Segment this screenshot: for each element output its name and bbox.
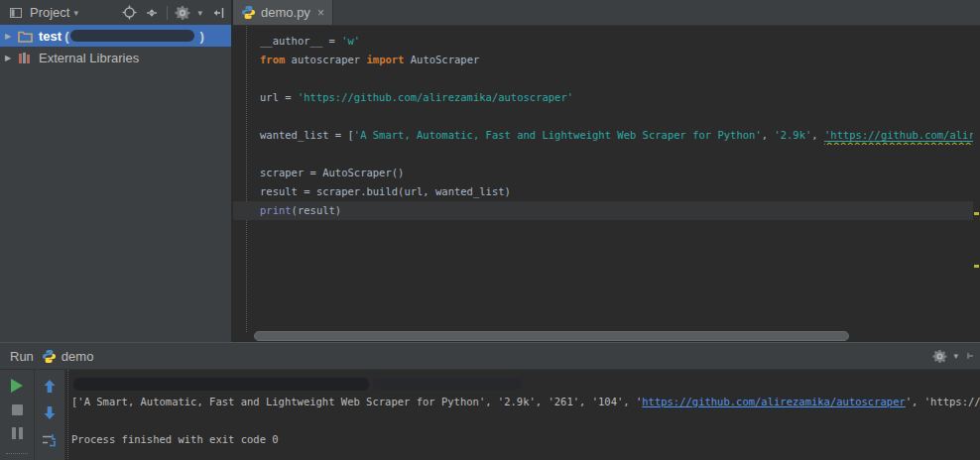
project-panel: Project ▾ ▾ ▶ (0, 0, 231, 342)
pycharm-window: Project ▾ ▾ ▶ (0, 0, 980, 460)
console-output: ['A Smart, Automatic, Fast and Lightweig… (65, 370, 980, 460)
chevron-down-icon[interactable]: ▾ (73, 8, 78, 18)
code-segment: scraper = AutoScraper() (260, 167, 404, 178)
code-segment: result = scraper.build(url, wanted_list) (260, 185, 511, 197)
code-segment: 'https://github.com/alirezamik (824, 129, 973, 142)
code-content[interactable]: __author__ = 'w'from autoscraper import … (233, 32, 973, 220)
locate-icon[interactable] (121, 5, 137, 21)
project-tree: ▶ test ( ) ▶ External Libraries (0, 25, 231, 68)
console-line: ['A Smart, Automatic, Fast and Lightweig… (71, 393, 980, 411)
code-segment: __author__ = (260, 35, 341, 47)
settings-gear-icon[interactable] (175, 5, 190, 21)
code-segment: 'w' (341, 35, 360, 47)
project-panel-title[interactable]: Project (30, 5, 69, 20)
console-line (71, 411, 980, 430)
code-line[interactable]: scraper = AutoScraper() (233, 164, 973, 182)
console-settings-icon[interactable] (42, 432, 58, 448)
tab-title: demo.py (261, 5, 310, 20)
console-wrap: ['A Smart, Automatic, Fast and Lightweig… (0, 370, 980, 460)
code-segment: , (762, 129, 775, 141)
horizontal-scrollbar[interactable] (254, 331, 849, 341)
code-segment: '2.9k' (774, 129, 811, 141)
chevron-down-icon[interactable]: ▾ (953, 351, 958, 361)
console-line: Process finished with exit code 0 (71, 430, 980, 449)
chevron-down-icon[interactable]: ▾ (197, 8, 202, 18)
paren-open: ( (64, 29, 68, 44)
redacted-command-line (73, 378, 369, 391)
code-line[interactable]: url = 'https://github.com/alirezamika/au… (233, 88, 973, 107)
code-segment: (result) (292, 204, 342, 216)
chevron-right-icon[interactable]: ▶ (5, 32, 17, 41)
code-line[interactable]: print(result) (233, 201, 973, 220)
run-panel: Run demo ▾ (0, 342, 980, 460)
warning-stripe-mark[interactable] (974, 212, 979, 215)
console-lines: ['A Smart, Automatic, Fast and Lightweig… (71, 374, 980, 449)
code-line[interactable]: from autoscraper import AutoScraper (233, 51, 973, 69)
hide-panel-icon[interactable] (211, 5, 227, 21)
redacted-path (70, 30, 194, 42)
editor-tab-bar: demo.py × (233, 0, 980, 26)
close-icon[interactable]: × (317, 6, 324, 20)
tree-item-label: test (39, 29, 61, 44)
tab-demo-py[interactable]: demo.py × (233, 0, 333, 25)
stop-button[interactable] (9, 404, 25, 415)
redacted-command-line (373, 379, 522, 390)
console-text: ', 'https://github. (906, 396, 980, 407)
code-segment: url = (260, 91, 298, 103)
collapse-all-icon[interactable] (144, 5, 160, 21)
run-panel-title: Run (10, 349, 34, 364)
project-tool-icon (8, 5, 24, 21)
console-toolbar (35, 370, 65, 460)
run-toolbar (0, 370, 35, 460)
console-text: ['A Smart, Automatic, Fast and Lightweig… (71, 396, 642, 407)
console-text: Process finished with exit code 0 (71, 433, 279, 445)
python-file-icon (241, 5, 256, 20)
code-segment: AutoScraper (404, 54, 479, 65)
code-line[interactable]: wanted_list = ['A Smart, Automatic, Fast… (233, 126, 973, 145)
console-line (71, 374, 980, 393)
pause-button[interactable] (9, 427, 25, 439)
project-panel-header: Project ▾ ▾ (0, 0, 231, 25)
hide-panel-icon-partial[interactable] (966, 348, 974, 364)
code-segment: 'A Smart, Automatic, Fast and Lightweigh… (354, 129, 762, 141)
code-segment: from (260, 54, 285, 65)
code-line[interactable]: __author__ = 'w' (233, 32, 973, 51)
tree-item-external-libraries[interactable]: ▶ External Libraries (0, 47, 231, 68)
code-segment: import (366, 54, 404, 65)
code-segment: print (260, 204, 292, 216)
paren-close: ) (199, 29, 203, 44)
console-link[interactable]: https://github.com/alirezamika/autoscrap… (642, 396, 906, 407)
code-line[interactable] (233, 145, 973, 164)
toolbar-separator (6, 453, 28, 454)
down-stack-trace-icon[interactable] (42, 405, 58, 420)
code-segment: autoscraper (285, 54, 366, 65)
run-panel-header: Run demo ▾ (0, 343, 980, 370)
up-stack-trace-icon[interactable] (42, 379, 58, 394)
code-line[interactable] (233, 107, 973, 126)
code-segment: wanted_list = [ (260, 129, 354, 141)
editor-area: demo.py × __author__ = 'w'from autoscrap… (233, 0, 980, 342)
folder-icon (17, 28, 33, 44)
console-left-guide (67, 370, 68, 460)
python-icon (42, 349, 57, 364)
code-segment: 'https://github.com/alirezamika/autoscra… (298, 91, 573, 103)
code-line[interactable] (233, 69, 973, 88)
warning-stripe-mark[interactable] (974, 265, 979, 268)
run-process-name[interactable]: demo (61, 349, 94, 364)
tree-item-test[interactable]: ▶ test ( ) (0, 25, 231, 47)
toolbar-separator (167, 6, 168, 20)
rerun-button[interactable] (9, 379, 25, 393)
tree-item-label: External Libraries (39, 51, 139, 65)
code-segment: , (811, 129, 824, 141)
code-line[interactable]: result = scraper.build(url, wanted_list) (233, 182, 973, 201)
settings-gear-icon[interactable] (931, 348, 947, 364)
libraries-icon (17, 50, 33, 65)
code-editor[interactable]: __author__ = 'w'from autoscraper import … (233, 26, 980, 342)
chevron-right-icon[interactable]: ▶ (5, 54, 17, 62)
